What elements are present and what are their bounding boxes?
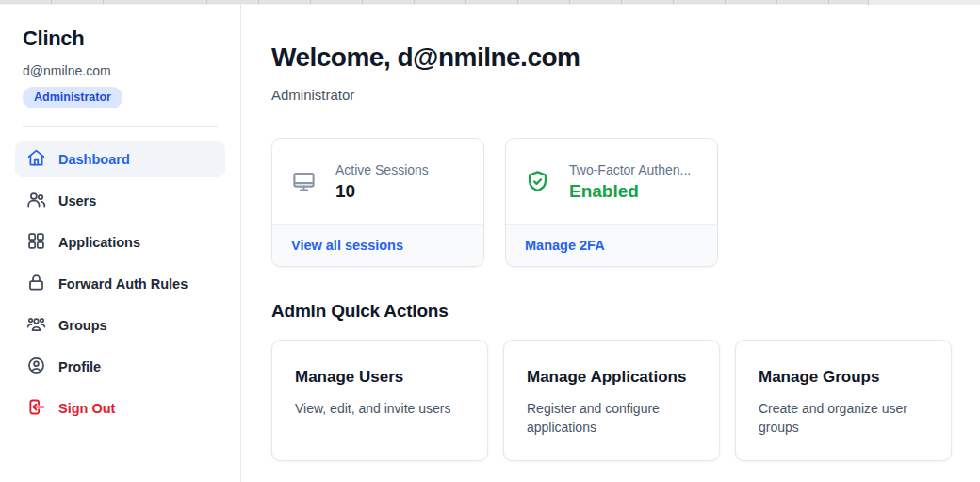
- sidebar-item-forward-auth-rules[interactable]: Forward Auth Rules: [15, 266, 225, 302]
- sidebar-nav: Dashboard Users Applic: [15, 141, 225, 426]
- stat-card-footer: View all sessions: [272, 224, 483, 266]
- sidebar-item-label: Forward Auth Rules: [58, 276, 188, 291]
- sidebar: Clinch d@nmilne.com Administrator Dashbo…: [0, 5, 241, 482]
- page-title: Welcome, d@nmilne.com: [271, 42, 952, 73]
- sidebar-item-users[interactable]: Users: [15, 183, 225, 219]
- sign-out-icon: [26, 397, 46, 421]
- action-card-description: View, edit, and invite users: [295, 399, 465, 418]
- profile-icon: [26, 356, 46, 379]
- main-content: Welcome, d@nmilne.com Administrator Acti…: [241, 5, 980, 482]
- lock-icon: [26, 273, 46, 296]
- quick-actions-title: Admin Quick Actions: [271, 301, 952, 322]
- sidebar-item-label: Dashboard: [58, 152, 130, 167]
- sidebar-item-label: Sign Out: [58, 401, 115, 416]
- stat-card-footer: Manage 2FA: [506, 224, 717, 266]
- view-all-sessions-link[interactable]: View all sessions: [291, 238, 403, 253]
- stat-card-body: Active Sessions 10: [272, 139, 483, 224]
- app-title: Clinch: [15, 26, 225, 51]
- role-badge: Administrator: [23, 87, 122, 108]
- apps-grid-icon: [26, 231, 46, 255]
- groups-icon: [26, 314, 46, 338]
- stat-card-body: Two-Factor Authen... Enabled: [506, 139, 717, 224]
- user-email: d@nmilne.com: [15, 63, 225, 78]
- stat-cards-row: Active Sessions 10 View all sessions: [271, 138, 952, 267]
- sidebar-item-label: Profile: [58, 359, 101, 374]
- action-card-title: Manage Users: [295, 368, 465, 387]
- sidebar-item-sign-out[interactable]: Sign Out: [15, 391, 225, 426]
- sidebar-item-dashboard[interactable]: Dashboard: [15, 141, 225, 177]
- stat-texts: Two-Factor Authen... Enabled: [569, 162, 691, 202]
- shield-check-icon: [525, 169, 550, 194]
- page-subtitle: Administrator: [271, 87, 952, 103]
- manage-groups-card[interactable]: Manage Groups Create and organize user g…: [735, 340, 952, 461]
- stat-value: 10: [335, 181, 429, 202]
- browser-tab-strip: [0, 0, 980, 5]
- active-sessions-card: Active Sessions 10 View all sessions: [271, 138, 484, 267]
- action-card-title: Manage Applications: [527, 368, 696, 387]
- sidebar-item-applications[interactable]: Applications: [15, 224, 225, 260]
- sidebar-item-label: Groups: [58, 318, 107, 333]
- action-card-description: Register and configure applications: [527, 399, 696, 438]
- users-icon: [26, 190, 46, 213]
- action-card-description: Create and organize user groups: [759, 399, 928, 438]
- sidebar-divider: [23, 126, 218, 127]
- stat-label: Active Sessions: [335, 162, 429, 177]
- monitor-icon: [291, 169, 317, 194]
- quick-actions-row: Manage Users View, edit, and invite user…: [271, 340, 952, 461]
- stat-label: Two-Factor Authen...: [569, 162, 691, 177]
- manage-applications-card[interactable]: Manage Applications Register and configu…: [503, 340, 720, 461]
- two-factor-card: Two-Factor Authen... Enabled Manage 2FA: [505, 138, 718, 267]
- sidebar-item-label: Users: [58, 193, 96, 208]
- sidebar-item-groups[interactable]: Groups: [15, 307, 225, 343]
- sidebar-item-profile[interactable]: Profile: [15, 349, 225, 385]
- stat-texts: Active Sessions 10: [335, 162, 429, 202]
- app-root: Clinch d@nmilne.com Administrator Dashbo…: [0, 5, 980, 482]
- home-icon: [26, 148, 46, 172]
- stat-value: Enabled: [569, 181, 691, 202]
- manage-2fa-link[interactable]: Manage 2FA: [525, 238, 605, 253]
- sidebar-item-label: Applications: [58, 235, 140, 250]
- action-card-title: Manage Groups: [759, 368, 928, 387]
- manage-users-card[interactable]: Manage Users View, edit, and invite user…: [271, 340, 488, 461]
